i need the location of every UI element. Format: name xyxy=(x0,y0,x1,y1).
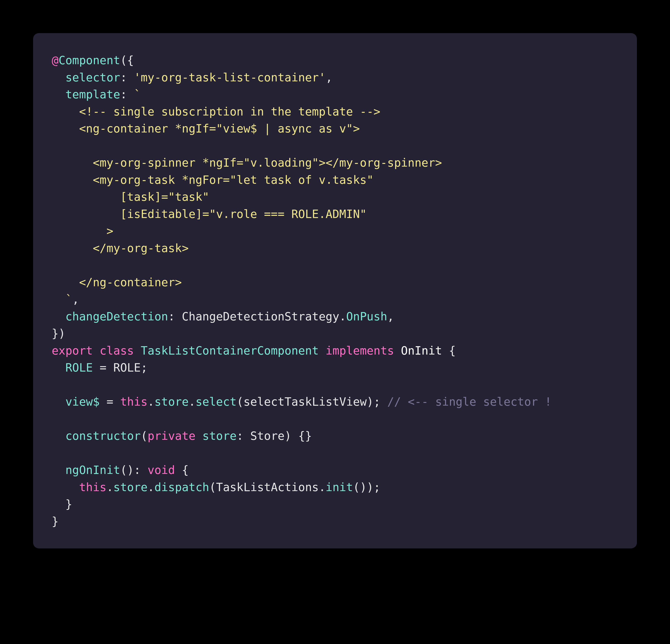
template-line: <ng-container *ngIf="view$ | async as v"… xyxy=(52,122,360,135)
indent xyxy=(52,481,79,494)
equals: = xyxy=(93,361,113,374)
brace-open: { xyxy=(175,463,189,476)
space xyxy=(319,344,325,357)
prop-store: store xyxy=(155,395,189,408)
space xyxy=(134,344,140,357)
indent xyxy=(52,293,65,306)
punct: ({ xyxy=(120,54,134,67)
kw-private: private xyxy=(148,429,196,443)
colon: : xyxy=(120,71,134,84)
kw-implements: implements xyxy=(326,344,394,357)
at-sign: @ xyxy=(52,54,58,67)
comma: , xyxy=(72,293,79,306)
kw-class: class xyxy=(100,344,134,357)
comma: , xyxy=(387,310,394,323)
sig: (): xyxy=(120,463,147,476)
comment-single-selector: // <-- single selector ! xyxy=(387,395,552,408)
template-line: [task]="task" xyxy=(52,190,209,203)
actions-class: TaskListActions xyxy=(216,481,319,494)
call-close: ()); xyxy=(353,481,380,494)
enum-value: OnPush xyxy=(346,310,387,323)
type-store: Store xyxy=(250,429,284,443)
param-store: store xyxy=(202,429,237,443)
template-line: [isEditable]="v.role === ROLE.ADMIN" xyxy=(52,207,367,221)
space xyxy=(196,429,202,443)
dot: . xyxy=(148,481,155,494)
dot: . xyxy=(107,481,113,494)
selector-fn: selectTaskListView xyxy=(243,395,367,408)
colon: : xyxy=(168,310,182,323)
prop-template: template xyxy=(65,88,120,101)
dot: . xyxy=(319,481,325,494)
code-block: @Component({ selector: 'my-org-task-list… xyxy=(52,52,618,530)
ctor-close: ) {} xyxy=(284,429,312,443)
template-line: <my-org-task *ngFor="let task of v.tasks… xyxy=(52,173,374,186)
equals: = xyxy=(100,395,120,408)
kw-void: void xyxy=(148,463,175,476)
decorator-name: Component xyxy=(58,54,120,67)
indent xyxy=(52,88,65,101)
page-frame: @Component({ selector: 'my-org-task-list… xyxy=(0,0,670,644)
method-dispatch: dispatch xyxy=(155,481,209,494)
brace-open: { xyxy=(442,344,456,357)
paren-close: ); xyxy=(367,395,387,408)
space xyxy=(394,344,401,357)
kw-export: export xyxy=(52,344,93,357)
kw-this: this xyxy=(120,395,147,408)
prop-change-detection: changeDetection xyxy=(65,310,168,323)
field-view: view$ xyxy=(65,395,100,408)
constructor-kw: constructor xyxy=(65,429,140,443)
template-line: </ng-container> xyxy=(52,276,182,289)
paren-open: ( xyxy=(140,429,147,443)
kw-this: this xyxy=(79,481,106,494)
brace-close: } xyxy=(52,498,72,511)
indent xyxy=(52,361,65,374)
method-ngoninit: ngOnInit xyxy=(65,463,120,476)
paren-open: ( xyxy=(237,395,243,408)
selector-string: 'my-org-task-list-container' xyxy=(134,71,325,84)
prop-selector: selector xyxy=(65,71,120,84)
indent xyxy=(52,463,65,476)
interface-name: OnInit xyxy=(401,344,442,357)
indent xyxy=(52,429,65,443)
paren-open: ( xyxy=(209,481,216,494)
indent xyxy=(52,71,65,84)
template-line: <!-- single subscription in the template… xyxy=(52,105,380,118)
semi: ; xyxy=(140,361,147,374)
dot: . xyxy=(339,310,346,323)
template-line: > xyxy=(52,224,113,238)
dot: . xyxy=(148,395,155,408)
comma: , xyxy=(326,71,333,84)
template-line: <my-org-spinner *ngIf="v.loading"></my-o… xyxy=(52,156,442,169)
ident-role: ROLE xyxy=(113,361,140,374)
ident: ChangeDetectionStrategy xyxy=(182,310,339,323)
backtick-close: ` xyxy=(65,293,72,306)
indent xyxy=(52,395,65,408)
prop-store: store xyxy=(113,481,148,494)
close-decorator: }) xyxy=(52,327,65,340)
backtick-open: ` xyxy=(134,88,140,101)
method-init: init xyxy=(326,481,353,494)
colon: : xyxy=(120,88,134,101)
indent xyxy=(52,310,65,323)
colon: : xyxy=(237,429,250,443)
template-line: </my-org-task> xyxy=(52,241,189,255)
class-name: TaskListContainerComponent xyxy=(141,344,319,357)
field-role: ROLE xyxy=(65,361,93,374)
method-select: select xyxy=(196,395,237,408)
code-card: @Component({ selector: 'my-org-task-list… xyxy=(33,33,637,548)
brace-close: } xyxy=(52,515,58,528)
dot: . xyxy=(189,395,196,408)
space xyxy=(93,344,100,357)
